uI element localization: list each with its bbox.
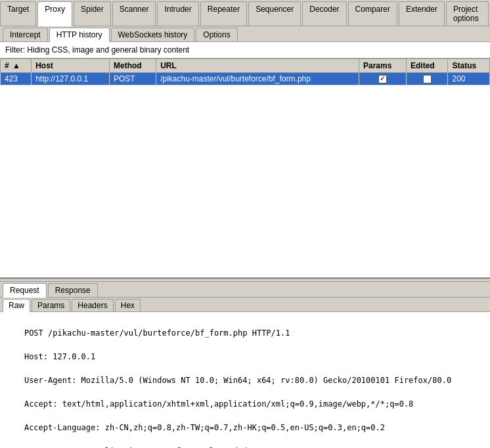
cell-num: 423 — [1, 73, 32, 85]
tab-response[interactable]: Response — [48, 283, 98, 297]
upper-panel: Filter: Hiding CSS, image and general bi… — [0, 42, 490, 279]
tab-headers[interactable]: Headers — [72, 299, 113, 311]
cell-method: POST — [110, 73, 156, 85]
params-checkbox[interactable] — [378, 75, 387, 83]
tab-proxy[interactable]: Proxy — [37, 1, 72, 26]
history-table: # ▲ Host Method URL Params Edited Status… — [0, 58, 490, 85]
tab-params[interactable]: Params — [32, 299, 70, 311]
tab-comparer[interactable]: Comparer — [348, 1, 397, 26]
request-line-3: Accept: text/html,application/xhtml+xml,… — [24, 399, 413, 409]
tab-extender[interactable]: Extender — [399, 1, 445, 26]
filter-label: Filter: — [5, 45, 25, 55]
request-body: POST /pikachu-master/vul/burteforce/bf_f… — [0, 312, 490, 448]
filter-bar: Filter: Hiding CSS, image and general bi… — [0, 42, 490, 58]
req-resp-tab-bar: Request Response — [0, 282, 490, 298]
tab-spider[interactable]: Spider — [74, 1, 111, 26]
cell-status: 200 — [448, 73, 490, 85]
request-line-2: User-Agent: Mozilla/5.0 (Windows NT 10.0… — [24, 376, 451, 385]
tab-request[interactable]: Request — [3, 283, 47, 298]
tab-intercept[interactable]: Intercept — [3, 28, 48, 41]
tab-http-history[interactable]: HTTP history — [49, 28, 110, 42]
request-line-4: Accept-Language: zh-CN,zh;q=0.8,zh-TW;q=… — [24, 423, 385, 432]
tab-options[interactable]: Options — [196, 28, 237, 41]
tab-scanner[interactable]: Scanner — [112, 1, 156, 26]
tab-target[interactable]: Target — [0, 1, 36, 26]
table-row[interactable]: 423 http://127.0.0.1 POST /pikachu-maste… — [1, 73, 490, 85]
col-edited[interactable]: Edited — [407, 59, 448, 73]
second-tab-bar: Intercept HTTP history WebSockets histor… — [0, 26, 490, 42]
edited-checkbox[interactable] — [423, 75, 432, 83]
table-header-row: # ▲ Host Method URL Params Edited Status — [1, 59, 490, 73]
col-status[interactable]: Status — [448, 59, 490, 73]
tab-project-options[interactable]: Project options — [446, 1, 489, 26]
request-line-0: POST /pikachu-master/vul/burteforce/bf_f… — [24, 328, 290, 338]
tab-websockets-history[interactable]: WebSockets history — [111, 28, 195, 41]
tab-raw[interactable]: Raw — [3, 299, 30, 312]
request-line-1: Host: 127.0.0.1 — [24, 352, 95, 361]
col-url[interactable]: URL — [156, 59, 359, 73]
col-num[interactable]: # ▲ — [1, 59, 32, 73]
cell-edited — [407, 73, 448, 85]
cell-params — [359, 73, 407, 85]
cell-host: http://127.0.0.1 — [32, 73, 110, 85]
tab-intruder[interactable]: Intruder — [157, 1, 198, 26]
tab-hex[interactable]: Hex — [115, 299, 141, 311]
tab-decoder[interactable]: Decoder — [302, 1, 346, 26]
lower-panel: Request Response Raw Params Headers Hex … — [0, 282, 490, 448]
tab-sequencer[interactable]: Sequencer — [248, 1, 301, 26]
cell-url: /pikachu-master/vul/burteforce/bf_form.p… — [156, 73, 359, 85]
inner-tab-bar: Raw Params Headers Hex — [0, 298, 490, 312]
top-tab-bar: Target Proxy Spider Scanner Intruder Rep… — [0, 0, 490, 26]
col-host[interactable]: Host — [32, 59, 110, 73]
sort-arrow-icon: ▲ — [12, 61, 20, 70]
history-table-area: # ▲ Host Method URL Params Edited Status… — [0, 58, 490, 262]
col-params[interactable]: Params — [359, 59, 407, 73]
tab-repeater[interactable]: Repeater — [200, 1, 247, 26]
filter-text: Hiding CSS, image and general binary con… — [27, 45, 189, 55]
col-method[interactable]: Method — [110, 59, 156, 73]
